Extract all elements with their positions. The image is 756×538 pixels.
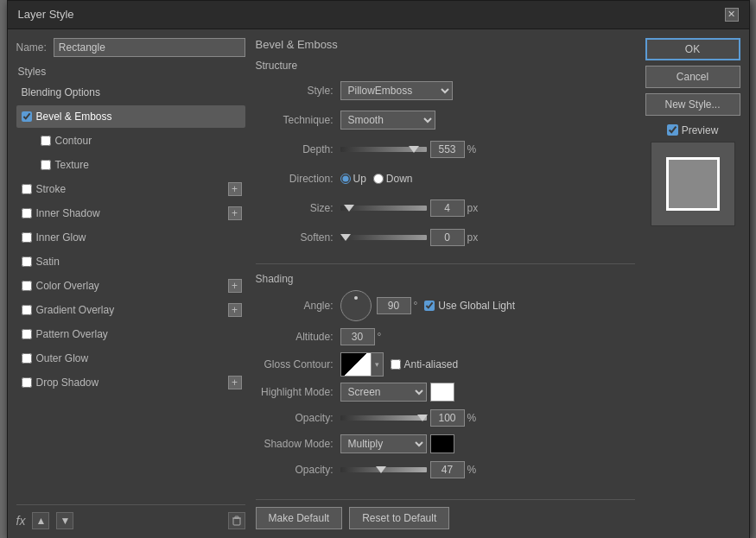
altitude-input[interactable] — [340, 328, 375, 345]
depth-slider[interactable] — [340, 147, 427, 152]
anti-aliased-checkbox[interactable] — [391, 359, 401, 370]
sidebar-item-satin[interactable]: Satin — [16, 250, 245, 273]
texture-checkbox[interactable] — [41, 160, 51, 170]
preview-label: Preview — [682, 124, 719, 136]
cancel-button[interactable]: Cancel — [645, 66, 740, 88]
angle-dial[interactable] — [340, 290, 372, 321]
move-down-button[interactable]: ▼ — [56, 512, 73, 529]
use-global-light-checkbox[interactable] — [424, 301, 435, 311]
gradient-overlay-plus-button[interactable]: + — [228, 303, 242, 317]
stroke-label: Stroke — [36, 183, 67, 195]
new-style-button[interactable]: New Style... — [645, 93, 740, 116]
depth-input[interactable] — [430, 141, 465, 158]
altitude-row: Altitude: ° — [256, 326, 635, 347]
delete-button[interactable] — [228, 512, 245, 529]
depth-unit: % — [467, 143, 477, 155]
size-slider[interactable] — [340, 206, 427, 211]
size-input[interactable] — [430, 199, 465, 217]
direction-row: Direction: Up Down — [256, 168, 635, 189]
sidebar-item-texture[interactable]: Texture — [16, 154, 245, 176]
bevel-emboss-title: Bevel & Emboss — [256, 38, 635, 51]
sidebar-item-pattern-overlay[interactable]: Pattern Overlay — [16, 323, 245, 345]
trash-icon — [232, 516, 242, 526]
direction-down-radio[interactable] — [373, 174, 384, 184]
dialog-body: Name: Styles Blending Options Bevel & Em… — [8, 29, 749, 538]
soften-label: Soften: — [256, 231, 334, 244]
blending-options-label: Blending Options — [22, 86, 100, 98]
shadow-opacity-slider[interactable] — [340, 467, 427, 472]
outer-glow-checkbox[interactable] — [22, 353, 32, 364]
contour-checkbox[interactable] — [41, 136, 51, 146]
direction-up-radio[interactable] — [340, 174, 351, 184]
gradient-overlay-label: Gradient Overlay — [36, 304, 115, 316]
anti-aliased-label[interactable]: Anti-aliased — [391, 358, 459, 370]
sidebar-item-contour[interactable]: Contour — [16, 130, 245, 152]
sidebar-item-outer-glow[interactable]: Outer Glow — [16, 347, 245, 370]
satin-label: Satin — [36, 256, 60, 268]
direction-down-option[interactable]: Down — [373, 173, 413, 185]
inner-shadow-plus-button[interactable]: + — [228, 206, 242, 220]
preview-rectangle — [666, 157, 720, 211]
shadow-opacity-label: Opacity: — [256, 464, 334, 476]
pattern-overlay-checkbox[interactable] — [22, 329, 32, 339]
move-up-button[interactable]: ▲ — [32, 512, 49, 529]
stroke-checkbox[interactable] — [22, 184, 32, 194]
preview-checkbox[interactable] — [667, 124, 678, 136]
reset-to-default-button[interactable]: Reset to Default — [349, 507, 449, 529]
ok-button[interactable]: OK — [645, 38, 740, 60]
depth-thumb — [409, 146, 419, 153]
dialog-title: Layer Style — [18, 8, 74, 21]
color-overlay-plus-button[interactable]: + — [228, 279, 242, 293]
drop-shadow-plus-button[interactable]: + — [228, 376, 242, 389]
sidebar-item-gradient-overlay[interactable]: Gradient Overlay + — [16, 299, 245, 321]
sidebar-item-stroke[interactable]: Stroke + — [16, 178, 245, 200]
satin-checkbox[interactable] — [22, 256, 32, 267]
soften-slider[interactable] — [340, 235, 427, 240]
bevel-emboss-label: Bevel & Emboss — [36, 111, 112, 123]
color-overlay-checkbox[interactable] — [22, 281, 32, 291]
direction-down-label: Down — [386, 173, 413, 185]
highlight-opacity-thumb — [417, 415, 428, 421]
gradient-overlay-checkbox[interactable] — [22, 305, 32, 315]
soften-row: Soften: px — [256, 227, 635, 248]
sidebar-item-blending-options[interactable]: Blending Options — [16, 81, 245, 104]
preview-canvas — [651, 142, 735, 226]
technique-select[interactable]: Smooth Chisel Hard Chisel Soft — [340, 111, 435, 130]
sidebar-item-color-overlay[interactable]: Color Overlay + — [16, 275, 245, 297]
bevel-emboss-checkbox[interactable] — [22, 111, 32, 122]
shadow-mode-select[interactable]: Multiply Screen Overlay — [340, 434, 427, 453]
use-global-light-label[interactable]: Use Global Light — [424, 300, 515, 312]
drop-shadow-checkbox[interactable] — [22, 377, 32, 388]
angle-input[interactable] — [377, 297, 411, 314]
gloss-contour-box[interactable] — [340, 352, 372, 377]
sidebar-item-inner-shadow[interactable]: Inner Shadow + — [16, 202, 245, 225]
preview-checkbox-label[interactable]: Preview — [667, 124, 719, 136]
shadow-color-swatch[interactable] — [430, 434, 454, 453]
angle-label: Angle: — [256, 300, 334, 312]
soften-input[interactable] — [430, 229, 465, 246]
name-input[interactable] — [54, 38, 245, 57]
highlight-mode-select[interactable]: Normal Dissolve Multiply Screen Overlay — [340, 383, 427, 402]
inner-shadow-label: Inner Shadow — [36, 207, 100, 219]
shading-section: Shading Angle: ° Use Global Light — [256, 263, 635, 485]
gloss-contour-label: Gloss Contour: — [256, 358, 334, 370]
shadow-opacity-input[interactable] — [430, 461, 465, 478]
sidebar-item-bevel-emboss[interactable]: Bevel & Emboss — [16, 105, 245, 128]
dial-indicator — [354, 296, 358, 300]
highlight-color-swatch[interactable] — [430, 383, 454, 402]
sidebar-item-inner-glow[interactable]: Inner Glow — [16, 226, 245, 249]
close-button[interactable]: ✕ — [725, 8, 739, 22]
make-default-button[interactable]: Make Default — [256, 507, 343, 529]
highlight-opacity-slider[interactable] — [340, 415, 427, 421]
size-unit: px — [467, 202, 479, 214]
stroke-plus-button[interactable]: + — [228, 182, 242, 196]
gloss-contour-dropdown[interactable]: ▾ — [372, 352, 384, 377]
highlight-opacity-input[interactable] — [430, 409, 465, 427]
sidebar-item-drop-shadow[interactable]: Drop Shadow + — [16, 371, 245, 394]
inner-glow-checkbox[interactable] — [22, 232, 32, 243]
style-select[interactable]: Outer Bevel Inner Bevel Emboss PillowEmb… — [340, 81, 453, 100]
direction-up-option[interactable]: Up — [340, 173, 366, 185]
depth-label: Depth: — [256, 143, 334, 155]
direction-label: Direction: — [256, 173, 334, 185]
inner-shadow-checkbox[interactable] — [22, 208, 32, 218]
